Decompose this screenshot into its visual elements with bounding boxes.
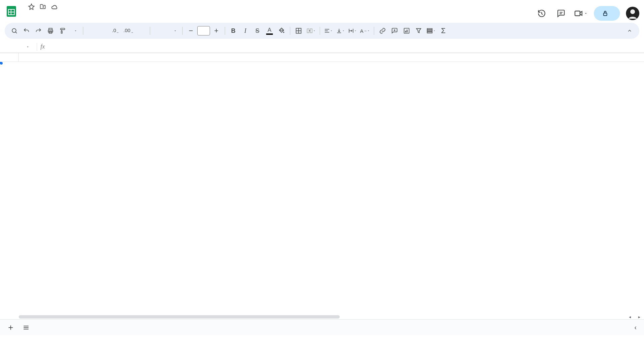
print-icon[interactable] — [45, 25, 56, 37]
strikethrough-button[interactable]: S — [252, 25, 263, 37]
account-avatar[interactable] — [626, 7, 639, 20]
svg-point-8 — [12, 28, 16, 32]
vertical-scrollbar[interactable] — [639, 62, 644, 315]
svg-rect-27 — [405, 31, 406, 32]
scroll-nav-arrows[interactable]: ◄► — [625, 315, 644, 319]
text-wrap-button[interactable] — [347, 25, 358, 37]
redo-icon[interactable] — [33, 25, 44, 37]
paint-format-icon[interactable] — [57, 25, 68, 37]
all-sheets-button[interactable] — [19, 321, 33, 334]
spreadsheet-grid[interactable]: ◄► — [0, 53, 644, 319]
merge-cells-button[interactable] — [305, 25, 317, 37]
insert-link-button[interactable] — [377, 25, 388, 37]
star-icon[interactable] — [28, 3, 35, 11]
sheets-logo[interactable] — [5, 5, 18, 18]
svg-rect-28 — [407, 30, 408, 32]
undo-icon[interactable] — [21, 25, 32, 37]
svg-rect-30 — [427, 30, 432, 31]
toolbar: .0← .00→ − + B I S A A→ Σ — [5, 23, 639, 39]
italic-button[interactable]: I — [240, 25, 251, 37]
font-select[interactable] — [153, 25, 180, 37]
svg-rect-31 — [427, 32, 432, 33]
increase-font-size-button[interactable]: + — [211, 25, 222, 37]
cloud-status-icon[interactable] — [51, 3, 58, 11]
borders-button[interactable] — [293, 25, 304, 37]
text-rotation-button[interactable]: A→ — [359, 25, 371, 37]
horizontal-scrollbar[interactable] — [19, 315, 638, 319]
formula-bar[interactable] — [45, 44, 644, 50]
increase-decimal-button[interactable]: .00→ — [122, 25, 135, 37]
explore-button[interactable]: ‹ — [631, 324, 640, 331]
meet-button[interactable] — [574, 9, 588, 18]
comments-icon[interactable] — [554, 7, 568, 20]
currency-button[interactable] — [86, 25, 97, 37]
fill-color-button[interactable] — [276, 25, 287, 37]
collapse-toolbar-button[interactable] — [624, 25, 635, 37]
svg-point-12 — [283, 32, 284, 33]
svg-rect-16 — [307, 29, 309, 33]
move-icon[interactable] — [39, 3, 46, 11]
zoom-select[interactable] — [69, 25, 80, 37]
text-color-button[interactable]: A — [264, 25, 275, 37]
add-sheet-button[interactable] — [4, 321, 17, 334]
percent-button[interactable] — [98, 25, 109, 37]
decrease-decimal-button[interactable]: .0← — [110, 25, 121, 37]
functions-button[interactable]: Σ — [438, 25, 449, 37]
search-menus-icon[interactable] — [9, 25, 20, 37]
font-size-input[interactable] — [197, 26, 210, 35]
name-box[interactable] — [0, 45, 33, 49]
history-icon[interactable] — [535, 7, 548, 20]
select-all-corner[interactable] — [0, 53, 19, 62]
filter-button[interactable] — [413, 25, 424, 37]
document-title[interactable] — [21, 6, 25, 8]
svg-rect-29 — [427, 28, 432, 29]
more-formats-button[interactable] — [136, 25, 147, 37]
insert-chart-button[interactable] — [401, 25, 412, 37]
filter-views-button[interactable] — [425, 25, 437, 37]
decrease-font-size-button[interactable]: − — [185, 25, 197, 37]
horizontal-align-button[interactable] — [323, 25, 334, 37]
vertical-align-button[interactable] — [335, 25, 346, 37]
svg-rect-7 — [604, 13, 607, 15]
fx-icon: fx — [40, 43, 45, 50]
svg-rect-17 — [310, 29, 312, 33]
share-button[interactable] — [594, 6, 620, 21]
svg-rect-6 — [575, 11, 580, 16]
insert-comment-button[interactable] — [389, 25, 400, 37]
bold-button[interactable]: B — [228, 25, 239, 37]
